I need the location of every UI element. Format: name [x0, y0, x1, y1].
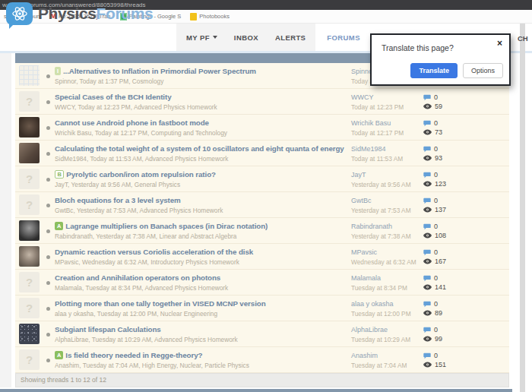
thread-row[interactable]: Subgiant lifespan Calculations AlphaLibr… — [15, 321, 509, 347]
thread-title[interactable]: ALagrange multipliers on Banach spaces (… — [55, 222, 350, 230]
thread-row[interactable]: Creation and Annihilation operators on p… — [15, 270, 509, 296]
avatar[interactable] — [19, 169, 40, 189]
thread-byline: JayT, Yesterday at 9:56 AM, General Phys… — [55, 181, 350, 188]
thread-title-text: Plotting more than one tally together in… — [55, 299, 266, 308]
view-count-line: 93 — [423, 153, 442, 163]
thread-title[interactable]: Creation and Annihilation operators on p… — [55, 273, 350, 282]
nav-alerts[interactable]: ALERTS — [275, 33, 306, 42]
reply-bubble-icon — [423, 146, 431, 153]
avatar[interactable] — [19, 272, 40, 292]
thread-main: ALagrange multipliers on Banach spaces (… — [55, 222, 350, 240]
showing-threads-footer: Showing threads 1 to 12 of 12 — [15, 373, 509, 387]
thread-row[interactable]: Calculating the total weight of a system… — [15, 141, 509, 166]
eye-icon — [423, 181, 432, 187]
thread-title[interactable]: Plotting more than one tally together in… — [55, 299, 350, 308]
thread-list: I...Alternatives to Inflation in Primord… — [15, 63, 509, 373]
view-count: 137 — [435, 206, 446, 213]
counts-col: 0 89 — [423, 299, 442, 318]
counts-col: 0 123 — [423, 170, 446, 188]
bookmark-item[interactable]: Photobooks — [190, 13, 230, 21]
thread-row[interactable]: Bloch equations for a 3 level system Gwt… — [15, 192, 509, 218]
avatar[interactable] — [19, 349, 40, 370]
author-name[interactable]: AlphaLibrae — [351, 326, 421, 334]
counts-col: 0 151 — [423, 351, 446, 369]
post-date: Tuesday at 7:04 AM — [351, 362, 421, 369]
thread-title[interactable]: Special Cases of the BCH Identity — [55, 93, 350, 101]
avatar[interactable] — [19, 65, 40, 86]
thread-row[interactable]: Cannot use Android phone in fastboot mod… — [15, 115, 509, 141]
last-post-col: alaa y okasha Tuesday at 12:00 PM — [351, 300, 421, 318]
thread-main: Creation and Annihilation operators on p… — [55, 273, 350, 292]
photobooks-icon — [190, 13, 197, 21]
nav-search-partial[interactable]: CH — [518, 34, 528, 43]
thread-title[interactable]: I...Alternatives to Inflation in Primord… — [55, 67, 350, 75]
thread-row[interactable]: ALagrange multipliers on Banach spaces (… — [15, 218, 509, 244]
nav-forums[interactable]: FORUMS — [327, 33, 360, 42]
thread-row[interactable]: BPyrolytic carbon/iron atom repulsion ra… — [15, 166, 509, 192]
browser-window: w.physicsforums.com/unanswered/88053998/… — [0, 0, 532, 392]
thread-row[interactable]: Dynamic reaction versus Coriolis acceler… — [15, 244, 509, 270]
author-name[interactable]: Rabindranath — [351, 223, 421, 230]
unread-dot — [46, 126, 50, 130]
counts-col: 0 93 — [423, 144, 442, 163]
author-name[interactable]: Anashim — [351, 352, 421, 359]
site-logo[interactable]: PhysicsForums — [6, 2, 153, 25]
author-name[interactable]: Malamala — [351, 274, 421, 282]
chevron-down-icon — [213, 36, 217, 39]
thread-byline: Wrichik Basu, Today at 12:17 PM, Computi… — [55, 129, 350, 137]
reply-count-line: 0 — [423, 170, 446, 179]
avatar[interactable] — [19, 194, 40, 215]
translate-button[interactable]: Translate — [410, 63, 458, 78]
avatar[interactable] — [19, 220, 40, 241]
close-icon[interactable]: × — [497, 38, 502, 49]
author-name[interactable]: SidMe1984 — [351, 145, 421, 153]
thread-title-text: Pyrolytic carbon/iron atom repulsion rat… — [66, 170, 216, 179]
translate-popup-buttons: Translate Options — [410, 63, 503, 78]
author-name[interactable]: JayT — [351, 171, 421, 179]
thread-title[interactable]: AIs field theory needed in Regge-theory? — [55, 351, 350, 359]
post-date: Today at 12:23 PM — [351, 103, 421, 111]
thread-byline: GwtBc, Yesterday at 7:53 AM, Advanced Ph… — [55, 207, 350, 214]
reply-count-line: 0 — [423, 93, 442, 102]
site-title: PhysicsForums — [38, 5, 153, 23]
thread-title[interactable]: Dynamic reaction versus Coriolis acceler… — [55, 248, 350, 256]
thread-byline: Rabindranath, Yesterday at 7:38 AM, Line… — [55, 232, 350, 240]
reply-count: 0 — [434, 171, 438, 179]
thread-title[interactable]: Subgiant lifespan Calculations — [55, 325, 350, 334]
thread-title[interactable]: BPyrolytic carbon/iron atom repulsion ra… — [55, 170, 350, 179]
view-count-line: 108 — [423, 231, 446, 240]
avatar[interactable] — [19, 91, 40, 112]
thread-title[interactable]: Calculating the total weight of a system… — [55, 144, 350, 153]
view-count: 123 — [435, 180, 446, 188]
view-count: 167 — [435, 258, 446, 265]
nav-my-pf[interactable]: MY PF — [186, 33, 217, 42]
last-post-col: Rabindranath Yesterday at 7:38 AM — [351, 223, 421, 240]
thread-row[interactable]: AIs field theory needed in Regge-theory?… — [15, 347, 509, 373]
thread-title-text: Is field theory needed in Regge-theory? — [65, 351, 202, 359]
page-scrollbar[interactable] — [520, 24, 525, 392]
thread-title-text: Dynamic reaction versus Coriolis acceler… — [55, 248, 253, 256]
author-name[interactable]: WWCY — [351, 93, 421, 101]
options-button[interactable]: Options — [463, 63, 503, 78]
eye-icon — [423, 155, 432, 161]
avatar[interactable] — [19, 324, 40, 344]
author-name[interactable]: Wrichik Basu — [351, 119, 421, 127]
counts-col: 0 108 — [423, 222, 446, 240]
avatar[interactable] — [19, 143, 40, 163]
thread-row[interactable]: Plotting more than one tally together in… — [15, 296, 509, 321]
thread-byline: AlphaLibrae, Tuesday at 10:29 AM, Advanc… — [55, 336, 350, 343]
avatar[interactable] — [19, 298, 40, 318]
nav-inbox[interactable]: INBOX — [234, 33, 258, 42]
avatar[interactable] — [19, 117, 40, 138]
thread-row[interactable]: Special Cases of the BCH Identity WWCY, … — [15, 89, 509, 115]
author-name[interactable]: alaa y okasha — [351, 300, 421, 308]
view-count-line: 89 — [423, 308, 442, 318]
thread-title[interactable]: Bloch equations for a 3 level system — [55, 196, 350, 204]
thread-title[interactable]: Cannot use Android phone in fastboot mod… — [55, 119, 350, 127]
avatar[interactable] — [19, 246, 40, 267]
last-post-col: WWCY Today at 12:23 PM — [351, 93, 421, 111]
thread-title-text: Cannot use Android phone in fastboot mod… — [55, 119, 209, 127]
author-name[interactable]: MPavsic — [351, 248, 421, 256]
author-name[interactable]: GwtBc — [351, 197, 421, 204]
thread-byline: Anashim, Tuesday at 7:04 AM, High Energy… — [55, 362, 350, 369]
